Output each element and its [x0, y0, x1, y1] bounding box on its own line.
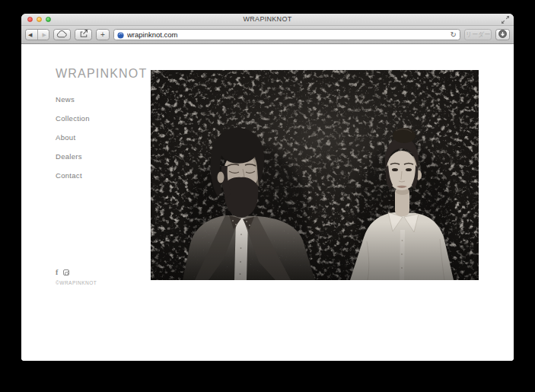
desktop-background: WRAPINKNOT ◀ ▶: [0, 0, 535, 392]
facebook-icon[interactable]: f: [56, 269, 58, 276]
instagram-icon[interactable]: [63, 265, 69, 279]
download-icon: [498, 29, 508, 41]
icloud-tabs-button[interactable]: [53, 29, 71, 40]
window-titlebar[interactable]: WRAPINKNOT: [21, 14, 514, 26]
nav-link-collection[interactable]: Collection: [56, 115, 90, 123]
page-content: WRAPINKNOT News Collection About Dealers…: [21, 44, 514, 361]
downloads-button[interactable]: [495, 29, 510, 40]
new-bookmark-button[interactable]: +: [96, 29, 110, 40]
url-input[interactable]: [127, 30, 447, 40]
reader-button[interactable]: リーダー: [464, 29, 492, 40]
share-button[interactable]: [75, 29, 92, 40]
browser-window: WRAPINKNOT ◀ ▶: [21, 14, 514, 361]
forward-button[interactable]: ▶: [38, 30, 51, 40]
nav-link-about[interactable]: About: [56, 134, 75, 142]
social-links: f: [56, 265, 69, 279]
nav-link-contact[interactable]: Contact: [56, 172, 82, 180]
site-logo: WRAPINKNOT: [56, 67, 154, 81]
nav-menu: News Collection About Dealers Contact: [56, 91, 154, 181]
site-favicon: [117, 28, 124, 42]
address-bar[interactable]: ↻: [113, 29, 460, 40]
window-title: WRAPINKNOT: [21, 15, 514, 23]
history-nav-group: ◀ ▶: [25, 29, 49, 40]
sidebar: WRAPINKNOT News Collection About Dealers…: [56, 67, 154, 186]
nav-link-dealers[interactable]: Dealers: [56, 153, 82, 161]
fullscreen-icon[interactable]: [501, 15, 510, 24]
hero-photo-illustration: [151, 70, 479, 280]
copyright-text: ©WRAPINKNOT: [56, 280, 97, 285]
hero-photo: [151, 70, 479, 280]
back-button[interactable]: ◀: [24, 30, 37, 40]
browser-toolbar: ◀ ▶ + ↻ リーダー: [21, 26, 514, 44]
refresh-icon[interactable]: ↻: [451, 31, 457, 39]
nav-link-news[interactable]: News: [56, 96, 75, 104]
cloud-icon: [56, 29, 68, 40]
share-icon: [79, 29, 88, 40]
